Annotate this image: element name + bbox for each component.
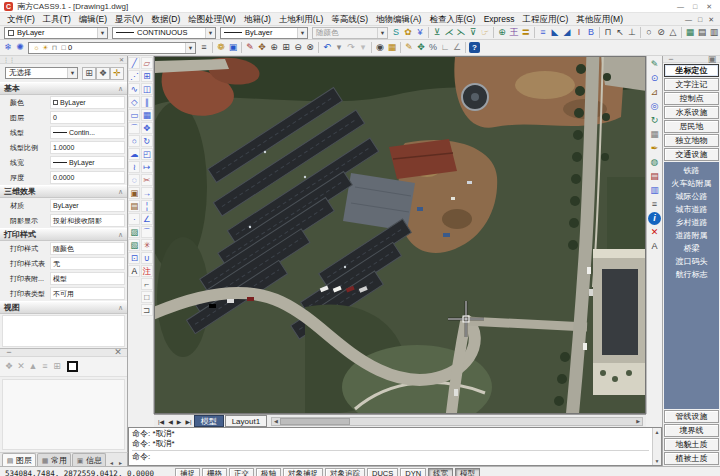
capture-area-icon[interactable]: ⊽ bbox=[467, 26, 479, 39]
hscroll-left-icon[interactable]: ◀ bbox=[272, 418, 280, 424]
status-toggle[interactable]: 线宽 bbox=[428, 468, 453, 476]
linetype-dropdown[interactable]: CONTINUOUS ▼ bbox=[112, 27, 216, 39]
slope-icon[interactable]: ◣ bbox=[549, 26, 561, 39]
palette-close-icon[interactable]: ✕ bbox=[119, 56, 124, 63]
redo-icon[interactable]: ↷ bbox=[345, 41, 357, 54]
grid-ref-icon[interactable]: 〓 bbox=[520, 26, 532, 39]
erase-icon[interactable]: ▱ bbox=[141, 57, 153, 69]
undo-dropdown-icon[interactable]: ▾ bbox=[333, 41, 345, 54]
menu-item[interactable]: 数据(D) bbox=[147, 13, 184, 26]
mdi-close-button[interactable]: ✕ bbox=[708, 16, 714, 23]
diagonal-icon[interactable]: ↖ bbox=[614, 26, 626, 39]
bulb-on-icon[interactable]: ☼ bbox=[32, 42, 41, 54]
first-tab-icon[interactable]: |◀ bbox=[156, 418, 166, 425]
property-value[interactable]: 0.0000 bbox=[50, 171, 125, 184]
help-icon[interactable]: ? bbox=[469, 42, 480, 53]
selection-dropdown[interactable]: 无选择 ▼ bbox=[5, 67, 78, 79]
chevron-down-icon[interactable]: ▼ bbox=[97, 28, 107, 38]
palette-grip[interactable]: ⋮⋮ bbox=[3, 56, 15, 63]
quick-select-icon[interactable]: ❖ bbox=[96, 67, 110, 80]
box-tool-icon[interactable]: □ bbox=[141, 291, 153, 303]
edit-pencil-icon[interactable]: ✎ bbox=[648, 58, 661, 71]
section-header[interactable]: 三维效果∧ bbox=[0, 185, 127, 198]
palette-tab[interactable]: ▤图层 bbox=[2, 453, 36, 466]
lineweight-dropdown[interactable]: ByLayer ▼ bbox=[220, 27, 308, 39]
fence-icon[interactable]: ▤ bbox=[696, 26, 708, 39]
refresh-icon[interactable]: ↻ bbox=[648, 114, 661, 127]
menu-item[interactable]: 检查入库(G) bbox=[425, 13, 479, 26]
circle-tool-icon[interactable]: ○ bbox=[643, 26, 655, 39]
chevron-down-icon[interactable]: ▼ bbox=[185, 43, 195, 53]
screen-menu-subitem[interactable]: 道路附属 bbox=[664, 229, 719, 242]
sketch-icon[interactable]: ✎ bbox=[403, 41, 415, 54]
menu-item[interactable]: 显示(V) bbox=[111, 13, 147, 26]
offset-icon[interactable]: ∥ bbox=[141, 96, 153, 108]
filter-settings-icon[interactable]: ⊞ bbox=[51, 360, 63, 373]
chevron-down-icon[interactable]: ▼ bbox=[67, 68, 77, 78]
screen-menu-item[interactable]: 地貌土质 bbox=[664, 438, 719, 451]
capture-curve-icon[interactable]: ⋋ bbox=[455, 26, 467, 39]
open-drawing-icon[interactable]: ❁ bbox=[215, 41, 227, 54]
ridge-icon[interactable]: ◢ bbox=[561, 26, 573, 39]
screen-menu-subitem[interactable]: 城市道路 bbox=[664, 203, 719, 216]
align-icon[interactable]: ≡ bbox=[537, 26, 549, 39]
property-value[interactable]: 投射和接收阴影 bbox=[50, 214, 125, 227]
command-window[interactable]: 命令: *取消*命令: *取消* 命令: ▲ ▼ bbox=[128, 427, 662, 466]
polyline-icon[interactable]: ∿ bbox=[128, 83, 140, 95]
new-filter-icon[interactable]: ❖ bbox=[3, 360, 15, 373]
menu-item[interactable]: 土地利用(L) bbox=[275, 13, 327, 26]
color-dropdown[interactable]: ByLayer ▼ bbox=[4, 27, 108, 39]
screen-menu-item[interactable]: 管线设施 bbox=[664, 410, 719, 423]
delete-filter-icon[interactable]: ✕ bbox=[15, 360, 27, 373]
cass-symbol-icon[interactable]: ✿ bbox=[402, 26, 414, 39]
capture-point-icon[interactable]: ⊻ bbox=[431, 26, 443, 39]
status-toggle[interactable]: 捕捉 bbox=[175, 468, 200, 476]
menu-item[interactable]: 工具(T) bbox=[39, 13, 75, 26]
hand-point-icon[interactable]: ☞ bbox=[479, 26, 491, 39]
spline-icon[interactable]: ≀ bbox=[128, 161, 140, 173]
pen-icon[interactable]: ✎ bbox=[244, 41, 256, 54]
menu-item[interactable]: 地物编辑(A) bbox=[372, 13, 425, 26]
menu-item[interactable]: 地籍(J) bbox=[240, 13, 275, 26]
property-value[interactable]: ByLayer bbox=[50, 199, 125, 212]
chevron-down-icon[interactable]: ▼ bbox=[297, 28, 307, 38]
menu-item[interactable]: 等高线(S) bbox=[327, 13, 372, 26]
info-icon[interactable]: i bbox=[648, 212, 661, 225]
layer-dropdown[interactable]: ☼☀⊓□ 0 ▼ bbox=[28, 42, 196, 54]
no-entry-icon[interactable]: ⊘ bbox=[655, 26, 667, 39]
screen-menu-subitem[interactable]: 桥梁 bbox=[664, 242, 719, 255]
screen-menu-item[interactable]: 控制点 bbox=[664, 92, 719, 105]
brush-icon[interactable]: ✒ bbox=[648, 142, 661, 155]
rotate-snap-icon[interactable]: % bbox=[427, 41, 439, 54]
magnifier-icon[interactable]: ◎ bbox=[648, 100, 661, 113]
array-icon[interactable]: ▦ bbox=[141, 109, 153, 121]
command-scrollbar[interactable]: ▲ ▼ bbox=[652, 428, 661, 465]
point-icon[interactable]: ∙ bbox=[128, 213, 140, 225]
find-icon[interactable]: ◉ bbox=[374, 41, 386, 54]
level-icon[interactable]: 王 bbox=[508, 26, 520, 39]
polygon-icon[interactable]: ◇ bbox=[128, 96, 140, 108]
cmd-scroll-down-icon[interactable]: ▼ bbox=[655, 458, 660, 464]
corner2-tool-icon[interactable]: ⊐ bbox=[141, 304, 153, 316]
screen-menu-item[interactable]: 植被土质 bbox=[664, 452, 719, 465]
screen-menu-item[interactable]: 居民地 bbox=[664, 120, 719, 133]
corner-tool-icon[interactable]: ⌐ bbox=[141, 278, 153, 290]
rotate-icon[interactable]: ↻ bbox=[141, 135, 153, 147]
region-icon[interactable]: ⊡ bbox=[128, 252, 140, 264]
status-toggle[interactable]: 正交 bbox=[229, 468, 254, 476]
screen-menu-subitem[interactable]: 火车站附属 bbox=[664, 177, 719, 190]
property-value[interactable]: Contin... bbox=[50, 126, 125, 139]
copy-icon[interactable]: ⊞ bbox=[141, 70, 153, 82]
move-icon[interactable]: ✥ bbox=[141, 122, 153, 134]
snap-from-icon[interactable]: ∟ bbox=[439, 41, 451, 54]
screen-menu-item[interactable]: 独立地物 bbox=[664, 134, 719, 147]
screen-menu-subitem[interactable]: 铁路 bbox=[664, 164, 719, 177]
xline-icon[interactable]: ⋰ bbox=[128, 70, 140, 82]
property-value[interactable]: 0 bbox=[50, 111, 125, 124]
stretch-icon[interactable]: ↦ bbox=[141, 161, 153, 173]
trim-icon[interactable]: ✂ bbox=[141, 174, 153, 186]
layout-tab[interactable]: Layout1 bbox=[225, 415, 267, 427]
screen-menu-item[interactable]: 境界线 bbox=[664, 424, 719, 437]
menu-item[interactable]: 其他应用(M) bbox=[572, 13, 627, 26]
select-objects-icon[interactable]: ✛ bbox=[110, 67, 124, 80]
